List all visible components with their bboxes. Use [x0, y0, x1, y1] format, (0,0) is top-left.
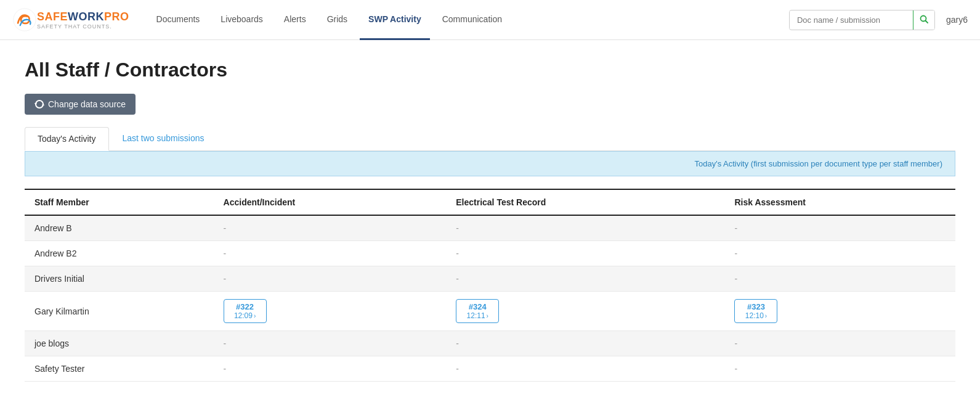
- refresh-icon: [34, 100, 44, 109]
- arrow-icon: ›: [487, 313, 488, 319]
- empty-dash: -: [734, 274, 737, 284]
- submission-badge[interactable]: #323 12:10 ›: [734, 299, 777, 323]
- col-header-electrical: Electrical Test Record: [446, 189, 724, 215]
- cell-risk: -: [724, 356, 955, 382]
- arrow-icon: ›: [254, 313, 256, 319]
- tab-todays-activity[interactable]: Today's Activity: [25, 127, 109, 151]
- badge-id: #323: [741, 302, 771, 311]
- header-right: gary6: [789, 10, 968, 30]
- search-icon: [920, 15, 928, 23]
- empty-dash: -: [456, 248, 459, 258]
- change-data-source-label: Change data source: [48, 99, 126, 109]
- search-button[interactable]: [913, 10, 934, 30]
- cell-staff-member: Andrew B2: [25, 241, 214, 266]
- cell-accident: -: [214, 241, 447, 266]
- logo-area: SAFEWORKPRO SAFETY THAT COUNTS.: [12, 7, 129, 32]
- nav-documents[interactable]: Documents: [148, 0, 209, 40]
- nav-liveboards[interactable]: Liveboards: [212, 0, 272, 40]
- logo-text: SAFEWORKPRO: [37, 10, 129, 23]
- submission-badge[interactable]: #324 12:11 ›: [456, 299, 499, 323]
- logo-icon: [12, 7, 37, 32]
- nav-communication[interactable]: Communication: [434, 0, 511, 40]
- cell-electrical: #324 12:11 ›: [446, 292, 724, 331]
- logo-safe: SAFE: [37, 10, 68, 23]
- info-box: Today's Activity (first submission per d…: [25, 151, 955, 176]
- tabs-container: Today's Activity Last two submissions: [25, 127, 955, 151]
- empty-dash: -: [224, 274, 227, 284]
- nav-swp-activity[interactable]: SWP Activity: [360, 0, 430, 40]
- main-nav: Documents Liveboards Alerts Grids SWP Ac…: [148, 0, 789, 40]
- logo-tagline: SAFETY THAT COUNTS.: [37, 23, 129, 30]
- svg-marker-3: [34, 103, 37, 105]
- main-content: All Staff / Contractors Change data sour…: [0, 40, 980, 394]
- cell-electrical: -: [446, 241, 724, 266]
- table-row: joe blogs---: [25, 331, 955, 356]
- submission-badge[interactable]: #322 12:09 ›: [224, 299, 267, 323]
- cell-risk: #323 12:10 ›: [724, 292, 955, 331]
- svg-line-2: [925, 20, 928, 23]
- col-header-risk: Risk Assessment: [724, 189, 955, 215]
- cell-electrical: -: [446, 215, 724, 241]
- cell-staff-member: Andrew B: [25, 215, 214, 241]
- badge-id: #324: [463, 302, 492, 311]
- empty-dash: -: [456, 364, 459, 374]
- cell-accident: -: [214, 215, 447, 241]
- empty-dash: -: [456, 339, 459, 348]
- badge-time: 12:10 ›: [741, 311, 771, 320]
- logo-work: WORK: [68, 10, 104, 23]
- empty-dash: -: [224, 248, 227, 258]
- user-name: gary6: [946, 15, 968, 25]
- cell-risk: -: [724, 215, 955, 241]
- badge-time: 12:09 ›: [230, 311, 260, 320]
- cell-electrical: -: [446, 356, 724, 382]
- empty-dash: -: [456, 274, 459, 284]
- cell-staff-member: Drivers Initial: [25, 266, 214, 292]
- logo-text-wrapper: SAFEWORKPRO SAFETY THAT COUNTS.: [37, 10, 129, 30]
- cell-staff-member: Gary Kilmartin: [25, 292, 214, 331]
- search-input[interactable]: [790, 11, 913, 29]
- activity-table: Staff Member Accident/Incident Electrica…: [25, 189, 955, 382]
- empty-dash: -: [224, 223, 227, 233]
- arrow-icon: ›: [765, 313, 767, 319]
- svg-marker-4: [42, 103, 44, 105]
- cell-risk: -: [724, 241, 955, 266]
- nav-grids[interactable]: Grids: [318, 0, 356, 40]
- table-row: Drivers Initial---: [25, 266, 955, 292]
- change-data-source-button[interactable]: Change data source: [25, 94, 136, 115]
- empty-dash: -: [224, 364, 227, 374]
- header: SAFEWORKPRO SAFETY THAT COUNTS. Document…: [0, 0, 980, 40]
- table-row: Safety Tester---: [25, 356, 955, 382]
- cell-accident: -: [214, 331, 447, 356]
- empty-dash: -: [224, 339, 227, 348]
- cell-electrical: -: [446, 266, 724, 292]
- empty-dash: -: [734, 364, 737, 374]
- cell-staff-member: Safety Tester: [25, 356, 214, 382]
- empty-dash: -: [734, 248, 737, 258]
- badge-time: 12:11 ›: [463, 311, 492, 320]
- cell-staff-member: joe blogs: [25, 331, 214, 356]
- badge-id: #322: [230, 302, 260, 311]
- table-row: Andrew B2---: [25, 241, 955, 266]
- info-box-text: Today's Activity (first submission per d…: [694, 159, 942, 168]
- logo-pro: PRO: [104, 10, 129, 23]
- nav-alerts[interactable]: Alerts: [275, 0, 315, 40]
- empty-dash: -: [734, 223, 737, 233]
- cell-accident: #322 12:09 ›: [214, 292, 447, 331]
- table-row: Gary Kilmartin #322 12:09 › #324 12:11 ›…: [25, 292, 955, 331]
- cell-electrical: -: [446, 331, 724, 356]
- table-header-row: Staff Member Accident/Incident Electrica…: [25, 189, 955, 215]
- col-header-staff-member: Staff Member: [25, 189, 214, 215]
- table-row: Andrew B---: [25, 215, 955, 241]
- search-wrapper: [789, 10, 935, 30]
- table-wrapper: Staff Member Accident/Incident Electrica…: [25, 189, 955, 382]
- col-header-accident: Accident/Incident: [214, 189, 447, 215]
- empty-dash: -: [456, 223, 459, 233]
- cell-accident: -: [214, 356, 447, 382]
- empty-dash: -: [734, 339, 737, 348]
- cell-accident: -: [214, 266, 447, 292]
- cell-risk: -: [724, 331, 955, 356]
- tab-last-two-submissions[interactable]: Last two submissions: [110, 127, 217, 150]
- page-title: All Staff / Contractors: [25, 59, 955, 81]
- cell-risk: -: [724, 266, 955, 292]
